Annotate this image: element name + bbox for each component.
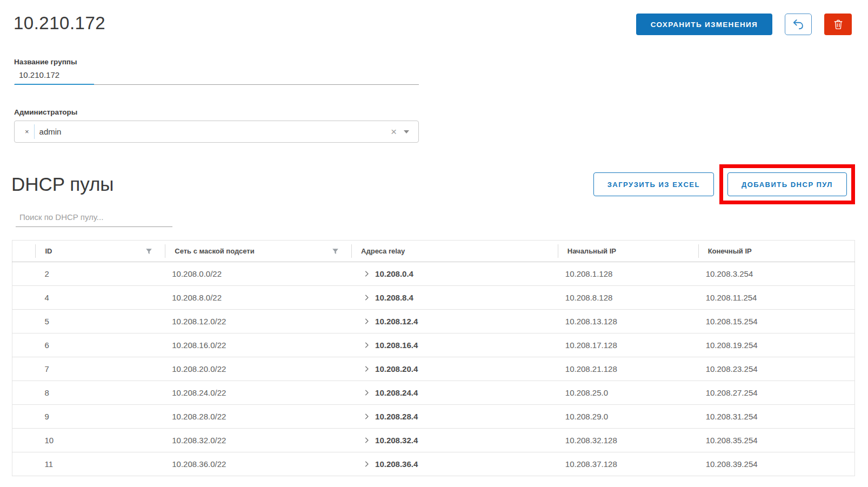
cell-id: 2 — [35, 262, 165, 286]
row-expander-cell — [12, 286, 36, 310]
row-expander-cell — [12, 405, 36, 429]
relay-address: 10.208.16.4 — [375, 341, 418, 350]
cell-end-ip: 10.208.11.254 — [698, 286, 855, 310]
caret-down-icon[interactable] — [404, 130, 409, 134]
relay-address: 10.208.0.4 — [375, 269, 413, 278]
undo-icon — [791, 17, 805, 31]
pools-header-row: DHCP пулы ЗАГРУЗИТЬ ИЗ EXCEL ДОБАВИТЬ DH… — [11, 164, 855, 204]
page-title: 10.210.172 — [14, 13, 105, 34]
undo-button[interactable] — [785, 14, 812, 35]
table-row[interactable]: 9 10.208.28.0/22 10.208.28.4 10.208.29.0… — [12, 405, 855, 429]
cell-start-ip: 10.208.29.0 — [558, 405, 698, 429]
chevron-right-icon[interactable] — [363, 389, 370, 396]
pool-search — [16, 210, 172, 227]
cell-end-ip: 10.208.27.254 — [698, 381, 855, 405]
cell-id: 11 — [35, 452, 165, 476]
cell-start-ip: 10.208.32.128 — [558, 429, 698, 452]
table-header: ID Сеть с маской подсети Адреса relay На… — [12, 241, 855, 262]
cell-subnet: 10.208.8.0/22 — [165, 286, 351, 310]
cell-id: 8 — [35, 381, 165, 405]
row-expander-cell — [12, 333, 36, 357]
cell-subnet: 10.208.24.0/22 — [165, 381, 351, 405]
pool-search-input[interactable] — [16, 210, 172, 226]
expander-column-header — [12, 241, 36, 262]
save-changes-button[interactable]: СОХРАНИТЬ ИЗМЕНЕНИЯ — [636, 14, 772, 35]
table-row[interactable]: 10 10.208.32.0/22 10.208.32.4 10.208.32.… — [12, 429, 855, 452]
cell-start-ip: 10.208.13.128 — [558, 310, 698, 333]
row-expander-cell — [12, 262, 36, 286]
relay-address: 10.208.28.4 — [375, 412, 418, 421]
cell-subnet: 10.208.36.0/22 — [165, 452, 351, 476]
chevron-right-icon[interactable] — [363, 270, 370, 277]
column-header-end-ip: Конечный IP — [698, 241, 855, 262]
admins-label: Администраторы — [14, 108, 419, 116]
cell-relay: 10.208.32.4 — [351, 429, 558, 452]
chevron-right-icon[interactable] — [363, 437, 370, 444]
chip-remove-icon[interactable]: × — [25, 128, 29, 135]
relay-address: 10.208.36.4 — [375, 459, 418, 469]
dhcp-pools-table: ID Сеть с маской подсети Адреса relay На… — [12, 240, 855, 476]
cell-subnet: 10.208.32.0/22 — [165, 429, 351, 452]
table-row[interactable]: 7 10.208.20.0/22 10.208.20.4 10.208.21.1… — [12, 357, 855, 381]
cell-id: 10 — [35, 429, 165, 452]
cell-start-ip: 10.208.37.128 — [558, 452, 698, 476]
cell-start-ip: 10.208.21.128 — [558, 357, 698, 381]
topbar: 10.210.172 СОХРАНИТЬ ИЗМЕНЕНИЯ — [0, 0, 868, 35]
table-row[interactable]: 11 10.208.36.0/22 10.208.36.4 10.208.37.… — [12, 452, 855, 476]
chevron-right-icon[interactable] — [363, 318, 370, 325]
row-expander-cell — [12, 357, 36, 381]
chip-separator — [34, 124, 35, 139]
cell-relay: 10.208.20.4 — [351, 357, 558, 381]
row-expander-cell — [12, 310, 36, 333]
admins-select[interactable]: × admin × — [14, 121, 419, 143]
cell-relay: 10.208.0.4 — [351, 262, 558, 286]
cell-subnet: 10.208.12.0/22 — [165, 310, 351, 333]
add-dhcp-pool-button[interactable]: ДОБАВИТЬ DHCP ПУЛ — [727, 172, 847, 196]
highlight-annotation: ДОБАВИТЬ DHCP ПУЛ — [719, 164, 855, 204]
group-name-label: Название группы — [14, 58, 419, 66]
cell-end-ip: 10.208.15.254 — [698, 310, 855, 333]
cell-end-ip: 10.208.23.254 — [698, 357, 855, 381]
relay-address: 10.208.20.4 — [375, 364, 418, 373]
delete-button[interactable] — [824, 14, 852, 35]
column-header-id: ID — [35, 241, 165, 262]
pools-section-title: DHCP пулы — [11, 174, 114, 195]
cell-relay: 10.208.12.4 — [351, 310, 558, 333]
table-row[interactable]: 6 10.208.16.0/22 10.208.16.4 10.208.17.1… — [12, 333, 855, 357]
cell-subnet: 10.208.0.0/22 — [165, 262, 351, 286]
cell-id: 6 — [35, 333, 165, 357]
cell-relay: 10.208.24.4 — [351, 381, 558, 405]
table-row[interactable]: 8 10.208.24.0/22 10.208.24.4 10.208.25.0… — [12, 381, 855, 405]
row-expander-cell — [12, 452, 36, 476]
cell-subnet: 10.208.28.0/22 — [165, 405, 351, 429]
load-from-excel-button[interactable]: ЗАГРУЗИТЬ ИЗ EXCEL — [593, 172, 714, 196]
top-actions: СОХРАНИТЬ ИЗМЕНЕНИЯ — [636, 14, 852, 35]
cell-end-ip: 10.208.3.254 — [698, 262, 855, 286]
chevron-right-icon[interactable] — [363, 365, 370, 372]
table-row[interactable]: 5 10.208.12.0/22 10.208.12.4 10.208.13.1… — [12, 310, 855, 333]
clear-icon[interactable]: × — [391, 126, 397, 137]
chevron-right-icon[interactable] — [363, 342, 370, 349]
chevron-right-icon[interactable] — [363, 461, 370, 468]
cell-start-ip: 10.208.8.128 — [558, 286, 698, 310]
cell-relay: 10.208.16.4 — [351, 333, 558, 357]
cell-subnet: 10.208.20.0/22 — [165, 357, 351, 381]
cell-end-ip: 10.208.35.254 — [698, 429, 855, 452]
cell-relay: 10.208.8.4 — [351, 286, 558, 310]
column-header-subnet: Сеть с маской подсети — [165, 241, 351, 262]
cell-start-ip: 10.208.25.0 — [558, 381, 698, 405]
row-expander-cell — [12, 381, 36, 405]
admins-field: Администраторы × admin × — [14, 108, 419, 143]
filter-icon[interactable] — [331, 247, 339, 255]
table-body: 2 10.208.0.0/22 10.208.0.4 10.208.1.128 … — [12, 262, 855, 476]
table-row[interactable]: 4 10.208.8.0/22 10.208.8.4 10.208.8.128 … — [12, 286, 855, 310]
trash-icon — [832, 18, 844, 30]
group-name-input[interactable] — [14, 68, 419, 84]
chevron-right-icon[interactable] — [363, 294, 370, 301]
filter-icon[interactable] — [145, 247, 153, 255]
relay-address: 10.208.24.4 — [375, 388, 418, 397]
chevron-right-icon[interactable] — [363, 413, 370, 420]
table-row[interactable]: 2 10.208.0.0/22 10.208.0.4 10.208.1.128 … — [12, 262, 855, 286]
cell-end-ip: 10.208.19.254 — [698, 333, 855, 357]
relay-address: 10.208.12.4 — [375, 317, 418, 326]
